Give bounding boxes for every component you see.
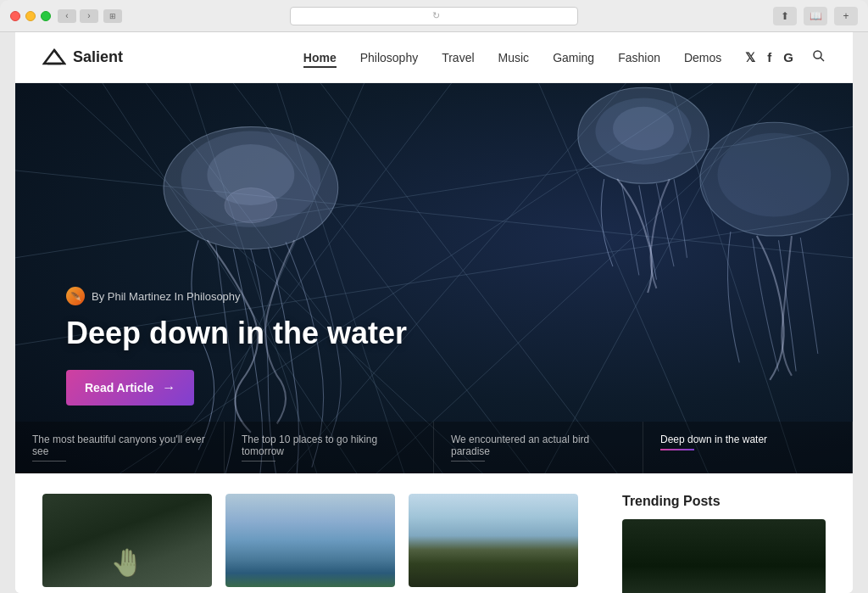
new-tab-button[interactable]: + — [834, 7, 858, 25]
hero-title: Deep down in the water — [66, 316, 407, 351]
svg-point-0 — [814, 51, 821, 59]
main-nav: Home Philosophy Travel Music Gaming Fash… — [303, 50, 722, 65]
slide-item-1[interactable]: The most beautiful canyons you'll ever s… — [15, 422, 225, 473]
author-icon: 🪶 — [66, 287, 85, 305]
search-icon — [812, 49, 826, 63]
logo[interactable]: Salient — [42, 48, 123, 67]
minimize-button[interactable] — [25, 11, 36, 21]
tab-overview-button[interactable]: ⊞ — [103, 9, 122, 23]
card-img-green — [409, 494, 578, 587]
article-card-3[interactable] — [409, 494, 578, 593]
slide-text-2: The top 10 places to go hiking tomorrow — [242, 434, 377, 457]
hero-byline: 🪶 By Phil Martinez In Philosophy — [66, 287, 407, 305]
traffic-lights — [10, 11, 51, 21]
slide-item-4[interactable]: Deep down in the water — [643, 422, 853, 473]
slide-item-3[interactable]: We encountered an actual bird paradise — [434, 422, 643, 473]
slide-text-3: We encountered an actual bird paradise — [451, 434, 589, 457]
trending-section: Trending Posts — [622, 494, 826, 593]
logo-text: Salient — [73, 48, 123, 66]
close-button[interactable] — [10, 11, 20, 21]
share-button[interactable]: ⬆ — [773, 7, 797, 25]
social-icons: 𝕏 f G — [745, 49, 826, 66]
hero-section: 🪶 By Phil Martinez In Philosophy Deep do… — [15, 83, 853, 473]
below-hero-section: Trending Posts — [15, 473, 853, 593]
svg-point-23 — [225, 187, 277, 222]
hero-illustration — [15, 83, 853, 473]
article-card-1[interactable] — [42, 494, 212, 593]
nav-philosophy[interactable]: Philosophy — [360, 51, 419, 64]
logo-icon — [42, 48, 66, 67]
maximize-button[interactable] — [41, 11, 51, 21]
twitter-link[interactable]: 𝕏 — [745, 50, 755, 65]
google-link[interactable]: G — [783, 50, 793, 64]
back-button[interactable]: ‹ — [58, 9, 76, 23]
nav-fashion[interactable]: Fashion — [618, 51, 660, 64]
nav-gaming[interactable]: Gaming — [553, 51, 594, 64]
nav-home[interactable]: Home — [303, 51, 337, 68]
nav-music[interactable]: Music — [498, 51, 530, 64]
slide-item-2[interactable]: The top 10 places to go hiking tomorrow — [225, 422, 434, 473]
article-card-2[interactable] — [225, 494, 395, 593]
card-image-3 — [409, 494, 578, 587]
hero-content: 🪶 By Phil Martinez In Philosophy Deep do… — [66, 287, 407, 406]
website-container: Salient Home Philosophy Travel Music Gam… — [15, 32, 853, 593]
slide-text-4: Deep down in the water — [660, 434, 767, 445]
mac-window-chrome: ‹ › ⊞ ↻ ⬆ 📖 + — [0, 0, 868, 32]
facebook-link[interactable]: f — [767, 50, 771, 64]
svg-line-1 — [821, 58, 824, 61]
svg-point-28 — [717, 133, 831, 217]
read-article-label: Read Article — [85, 381, 153, 394]
nav-travel[interactable]: Travel — [442, 51, 474, 64]
site-header: Salient Home Philosophy Travel Music Gam… — [15, 32, 853, 83]
reload-icon: ↻ — [432, 10, 440, 21]
search-button[interactable] — [812, 49, 826, 66]
toolbar-right: ⬆ 📖 + — [773, 7, 858, 25]
browser-nav-buttons: ‹ › — [58, 9, 98, 23]
card-image-1 — [42, 494, 212, 587]
bookmarks-button[interactable]: 📖 — [804, 7, 827, 25]
slide-navigation: The most beautiful canyons you'll ever s… — [15, 422, 853, 473]
nav-demos[interactable]: Demos — [684, 51, 721, 64]
card-image-2 — [225, 494, 395, 587]
trending-thumb-image — [622, 519, 826, 593]
trending-thumbnail[interactable] — [622, 519, 826, 593]
arrow-icon: → — [162, 380, 175, 395]
byline-text: By Phil Martinez In Philosophy — [92, 290, 241, 303]
svg-line-12 — [277, 83, 626, 473]
svg-point-26 — [613, 107, 674, 150]
trending-title: Trending Posts — [622, 494, 826, 509]
card-img-hand — [42, 494, 212, 587]
read-article-button[interactable]: Read Article → — [66, 370, 194, 406]
url-bar[interactable]: ↻ — [290, 7, 578, 25]
article-cards — [42, 494, 605, 593]
forward-button[interactable]: › — [80, 9, 98, 23]
card-img-mountain — [225, 494, 395, 587]
slide-text-1: The most beautiful canyons you'll ever s… — [32, 434, 205, 457]
